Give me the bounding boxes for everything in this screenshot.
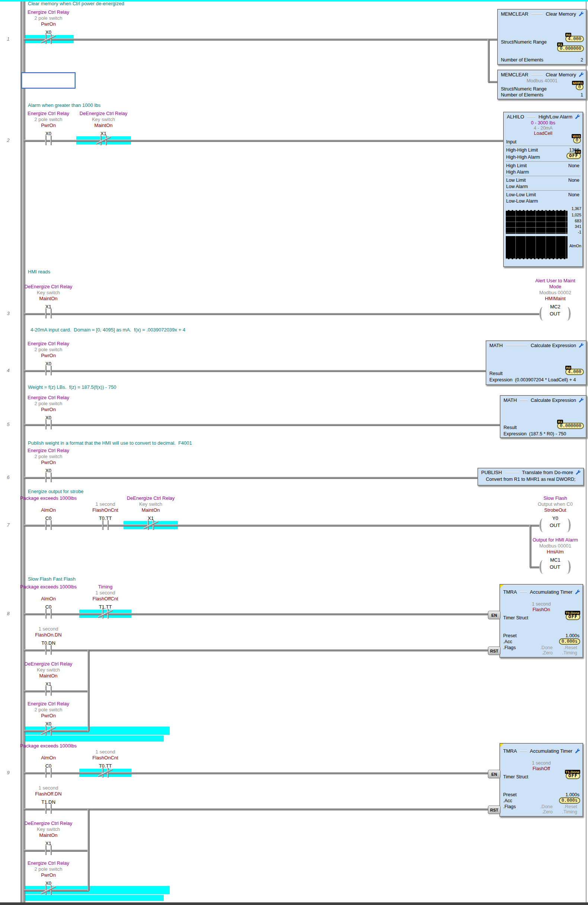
contact-normally-open[interactable]: [42, 473, 55, 482]
contact-bar-left: [45, 768, 46, 778]
expression-text[interactable]: (0.003907204 * LoadCell) + 4: [515, 377, 576, 383]
trend-chart-analog[interactable]: [506, 210, 567, 234]
publish-body[interactable]: Convert from R1 to MHR1 as real DWORD;: [478, 477, 583, 482]
wrench-icon[interactable]: [575, 748, 580, 754]
contact-bar-right: [50, 136, 52, 145]
flag-timing: .Timing: [558, 809, 577, 814]
contact-normally-open[interactable]: [42, 645, 55, 655]
wrench-icon[interactable]: [578, 72, 584, 78]
contact-label: PwrOn: [8, 460, 89, 465]
contact-normally-open[interactable]: [42, 686, 55, 696]
flag-reset: .Reset: [558, 645, 577, 650]
math-box-1[interactable]: MATH Calculate Expression Result R0 4.00…: [486, 340, 587, 385]
expression-text[interactable]: (187.5 * R0) - 750: [529, 431, 566, 437]
flag-column-left: .Done .Zero: [533, 645, 553, 656]
elements-value[interactable]: 1: [580, 92, 583, 98]
hh-alarm-label: High-High Alarm: [506, 154, 540, 160]
contact-normally-open[interactable]: [42, 768, 55, 778]
l-limit-value[interactable]: None: [568, 178, 579, 183]
contact-normally-open[interactable]: [98, 520, 112, 530]
contact-normally-open[interactable]: [42, 309, 55, 318]
contact-normally-open[interactable]: [42, 804, 55, 814]
ladder-editor-canvas[interactable]: MEMCLEAR Clear Memory Struct/Numeric Ran…: [0, 0, 588, 905]
contact-normally-closed[interactable]: [98, 609, 112, 619]
trend-ylabel: 341: [575, 224, 581, 229]
wire-horizontal: [24, 313, 540, 315]
preset-value[interactable]: 1.000s: [565, 792, 579, 798]
wrench-icon[interactable]: [578, 397, 584, 403]
trend-chart-bit[interactable]: [506, 236, 567, 259]
rung-number[interactable]: 2: [2, 137, 15, 143]
contact-normally-open[interactable]: [42, 420, 55, 429]
rung-number[interactable]: 6: [2, 475, 15, 480]
expression-row: Expression (187.5 * R0) - 750: [504, 431, 566, 437]
coil-paren-left: [540, 307, 546, 320]
flag-done: .Done: [533, 804, 553, 809]
wrench-icon[interactable]: [578, 11, 584, 17]
output-coil[interactable]: OUT: [540, 560, 571, 573]
contact-normally-open[interactable]: [42, 609, 55, 619]
contact-normally-closed[interactable]: [42, 34, 55, 44]
math-box-2[interactable]: MATH Calculate Expression Result R1 0.00…: [500, 395, 587, 438]
contact-normally-open[interactable]: [42, 520, 55, 530]
top-highlight-strip: [0, 0, 588, 2]
contact-normally-closed[interactable]: [144, 520, 157, 530]
coil-label: Alert User to Maint: [514, 278, 588, 284]
contact-bar-right: [105, 136, 107, 145]
ll-limit-value[interactable]: None: [568, 192, 579, 198]
rung-number[interactable]: 5: [2, 422, 15, 427]
acc-value-pill[interactable]: 0.000s: [559, 638, 580, 645]
contact-normally-closed[interactable]: [42, 726, 55, 735]
contact-normally-closed[interactable]: [42, 885, 55, 895]
wrench-icon[interactable]: [578, 343, 584, 348]
rung-comment[interactable]: 4-20mA input card. Domain = [0, 4095] as…: [30, 327, 185, 333]
rung-comment[interactable]: Clear memory when Ctrl power de-energize…: [28, 1, 124, 7]
coil-label: Modbus 00001: [514, 543, 588, 549]
contact-bar-left: [45, 804, 46, 814]
box-title: TMRA Accumulating Timer: [500, 585, 582, 595]
rung-number[interactable]: 1: [2, 36, 15, 42]
tmra-box-2[interactable]: TMRA Accumulating Timer 1 second FlashOf…: [499, 743, 583, 817]
rung-number[interactable]: 7: [2, 522, 15, 528]
contact-normally-open[interactable]: [42, 136, 55, 145]
wrench-icon[interactable]: [575, 589, 580, 595]
nc-slash-icon: [98, 610, 113, 618]
contact-bar-right: [50, 768, 52, 778]
output-coil[interactable]: OUT: [540, 518, 571, 532]
contact-normally-closed[interactable]: [97, 136, 110, 145]
box-title: MEMCLEAR Clear Memory: [498, 10, 586, 17]
publish-box[interactable]: PUBLISH Translate from Do-more Convert f…: [477, 468, 584, 486]
contact-label: DeEnergize Ctrl Relay: [110, 495, 192, 501]
contact-normally-closed[interactable]: [98, 768, 112, 778]
rung-comment[interactable]: Publish weight in a format that the HMI …: [28, 440, 192, 446]
tmra-box-1[interactable]: TMRA Accumulating Timer 1 second FlashOn…: [499, 584, 583, 658]
wrench-icon[interactable]: [575, 114, 580, 119]
preset-value[interactable]: 1.000s: [565, 633, 579, 639]
alhilo-box[interactable]: ALHILO High/Low Alarm 0 - 3000 lbs 4 - 2…: [503, 112, 583, 267]
rung-number[interactable]: 4: [2, 368, 15, 373]
edit-cursor-box[interactable]: [21, 72, 76, 89]
rung-number[interactable]: 9: [2, 770, 15, 775]
rung-comment[interactable]: Alarm when greater than 1000 lbs: [28, 102, 100, 108]
memclear-box-1[interactable]: MEMCLEAR Clear Memory Struct/Numeric Ran…: [497, 9, 587, 65]
rung-number[interactable]: 8: [2, 611, 15, 616]
contact-bar-right: [107, 520, 109, 530]
wrench-icon[interactable]: [575, 470, 581, 475]
contact-normally-open[interactable]: [42, 845, 55, 855]
rung-comment[interactable]: HMI reads: [28, 269, 50, 275]
h-limit-value[interactable]: None: [568, 163, 579, 169]
acc-value-pill[interactable]: 0.000s: [559, 797, 580, 804]
contact-label: FlashOnCnt: [64, 755, 146, 761]
rung-number[interactable]: 3: [2, 311, 15, 316]
title-rule: [505, 472, 519, 473]
rung-comment[interactable]: Slow Flash Fast Flash: [28, 576, 76, 582]
rung-comment[interactable]: Energize output for strobe: [28, 489, 84, 495]
flag-column-right: .Reset .Timing: [558, 804, 577, 814]
trend-ylabel: 683: [575, 219, 581, 223]
output-coil[interactable]: OUT: [540, 307, 571, 320]
contact-normally-open[interactable]: [42, 366, 55, 375]
flag-zero: .Zero: [533, 809, 553, 814]
memclear-box-2[interactable]: MEMCLEAR Clear Memory Modbus 40001 MHR1 …: [497, 70, 587, 100]
elements-value[interactable]: 2: [580, 57, 583, 63]
rung-comment[interactable]: Weight = f(z) LBs. f(z) = 187.5(f(x)) - …: [28, 384, 116, 390]
